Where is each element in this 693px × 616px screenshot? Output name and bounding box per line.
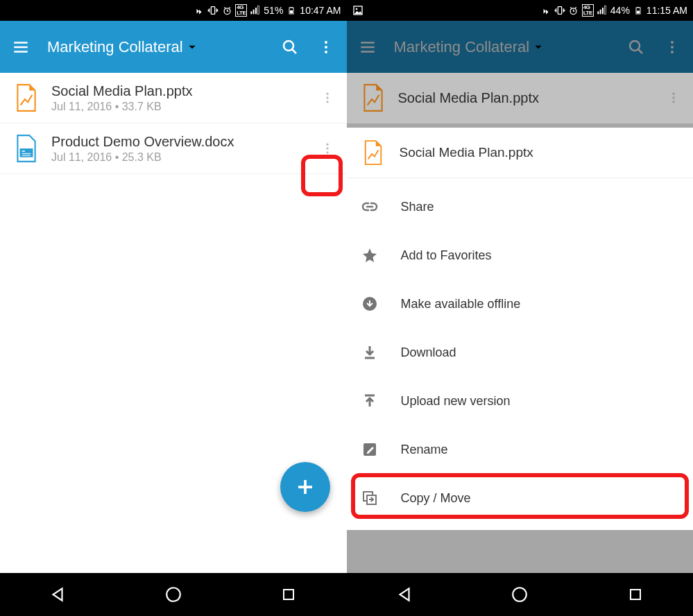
sheet-item-label: Add to Favorites — [401, 248, 492, 263]
svg-point-26 — [355, 8, 357, 10]
file-subtitle: Jul 11, 2016 • 33.7 KB — [51, 101, 314, 113]
vibrate-icon — [554, 5, 565, 16]
sheet-item-label: Rename — [401, 443, 448, 457]
svg-point-14 — [326, 96, 328, 99]
svg-rect-29 — [597, 11, 599, 14]
signal-icon — [250, 5, 261, 16]
svg-point-22 — [326, 151, 328, 153]
svg-rect-18 — [22, 153, 31, 154]
upload-icon — [361, 392, 379, 410]
svg-rect-0 — [212, 7, 215, 15]
sheet-item-label: Share — [401, 200, 434, 214]
svg-point-23 — [166, 588, 180, 601]
menu-button[interactable] — [6, 32, 36, 62]
svg-point-12 — [325, 51, 327, 53]
context-sheet: Social Media Plan.pptx Share Add to Favo… — [347, 128, 694, 530]
file-meta: Product Demo Overview.docx Jul 11, 2016 … — [51, 134, 314, 164]
svg-rect-24 — [284, 590, 293, 599]
file-name: Product Demo Overview.docx — [51, 134, 314, 150]
battery-percent: 44% — [610, 5, 630, 16]
back-button[interactable] — [384, 583, 425, 606]
sheet-item-delete[interactable]: Delete — [347, 522, 694, 530]
sheet-item-rename[interactable]: Rename — [347, 425, 694, 474]
svg-point-42 — [672, 101, 674, 103]
svg-rect-27 — [558, 7, 561, 15]
svg-point-47 — [513, 588, 527, 601]
svg-point-40 — [672, 93, 674, 95]
svg-point-13 — [326, 93, 328, 95]
folder-title: Marketing Collateral — [394, 38, 530, 56]
bluetooth-icon — [540, 5, 551, 16]
svg-point-11 — [325, 46, 327, 49]
file-list: Social Media Plan.pptx Jul 11, 2016 • 33… — [0, 73, 347, 573]
sheet-item-download[interactable]: Download — [347, 328, 694, 377]
sheet-item-upload[interactable]: Upload new version — [347, 377, 694, 425]
file-row: Social Media Plan.pptx — [347, 73, 694, 123]
svg-rect-30 — [599, 10, 601, 15]
recents-button[interactable] — [268, 583, 309, 606]
svg-rect-35 — [637, 7, 639, 8]
file-more-button[interactable] — [314, 84, 341, 112]
svg-point-38 — [671, 46, 674, 49]
screen-file-list: 4GLTE 51% 10:47 AM Marketing Collateral — [0, 0, 347, 616]
file-subtitle: Jul 11, 2016 • 25.3 KB — [51, 151, 314, 164]
battery-icon — [633, 5, 644, 16]
search-button — [621, 32, 651, 62]
search-button[interactable] — [275, 32, 305, 62]
home-button[interactable] — [153, 583, 194, 606]
sheet-item-label: Make available offline — [401, 297, 521, 311]
home-button[interactable] — [499, 583, 540, 606]
download-icon — [361, 343, 379, 361]
screen-context-menu: 4GLTE 44% 11:15 AM Marketing Collateral — [347, 0, 694, 616]
alarm-icon — [221, 5, 232, 16]
svg-rect-5 — [258, 6, 259, 14]
file-row[interactable]: Product Demo Overview.docx Jul 11, 2016 … — [0, 123, 347, 174]
battery-icon — [286, 5, 297, 16]
presentation-file-icon — [361, 140, 386, 165]
svg-point-9 — [284, 41, 293, 51]
svg-point-39 — [671, 51, 674, 53]
file-name: Social Media Plan.pptx — [398, 90, 660, 106]
sheet-item-copy-move[interactable]: Copy / Move — [347, 474, 694, 522]
star-icon — [361, 246, 379, 264]
svg-rect-8 — [291, 7, 293, 8]
file-more-button[interactable] — [314, 135, 341, 162]
folder-title-dropdown[interactable]: Marketing Collateral — [47, 38, 197, 56]
folder-title: Marketing Collateral — [47, 38, 183, 56]
status-bar: 4GLTE 44% 11:15 AM — [347, 0, 694, 21]
document-file-icon — [11, 133, 42, 164]
menu-button — [352, 32, 383, 62]
svg-rect-19 — [22, 155, 31, 155]
bluetooth-icon — [194, 5, 205, 16]
recents-button[interactable] — [615, 583, 656, 606]
nav-bar — [347, 573, 694, 616]
svg-rect-48 — [631, 590, 640, 599]
presentation-file-icon — [11, 83, 42, 113]
file-name: Social Media Plan.pptx — [51, 83, 314, 99]
sheet-item-favorite[interactable]: Add to Favorites — [347, 231, 694, 280]
sheet-item-share[interactable]: Share — [347, 182, 694, 231]
add-fab[interactable] — [280, 462, 330, 512]
link-icon — [361, 198, 379, 216]
clock: 11:15 AM — [647, 5, 687, 16]
nav-bar — [0, 573, 347, 616]
svg-rect-16 — [20, 148, 33, 157]
download-circle-icon — [361, 295, 379, 313]
svg-point-20 — [326, 144, 328, 146]
sheet-item-offline[interactable]: Make available offline — [347, 280, 694, 328]
lte-indicator: 4GLTE — [235, 4, 247, 17]
svg-rect-7 — [290, 10, 293, 13]
sheet-item-label: Download — [401, 345, 456, 360]
overflow-button[interactable] — [311, 32, 341, 62]
lte-indicator: 4GLTE — [582, 4, 594, 17]
svg-rect-2 — [251, 11, 253, 14]
file-row[interactable]: Social Media Plan.pptx Jul 11, 2016 • 33… — [0, 73, 347, 123]
file-meta: Social Media Plan.pptx Jul 11, 2016 • 33… — [51, 83, 314, 113]
vibrate-icon — [207, 5, 219, 16]
edit-icon — [361, 440, 379, 459]
sheet-item-label: Copy / Move — [401, 491, 471, 506]
svg-point-15 — [326, 101, 328, 103]
app-bar: Marketing Collateral — [347, 21, 694, 73]
signal-icon — [597, 5, 608, 16]
back-button[interactable] — [37, 583, 78, 606]
